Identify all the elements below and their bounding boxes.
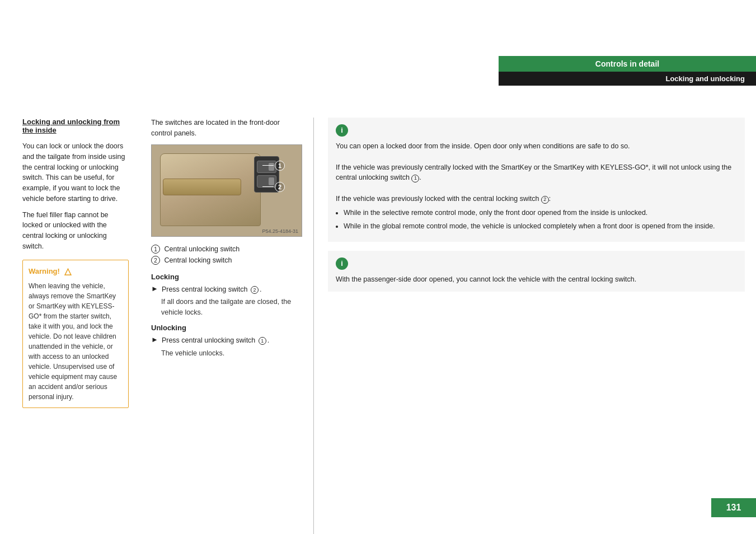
unlocking-subtext: The vehicle unlocks. <box>161 348 302 359</box>
section-heading: Locking and unlocking from the inside <box>22 118 129 134</box>
info-text-1a: You can open a locked door from the insi… <box>336 141 737 152</box>
info-text-1b: If the vehicle was previously centrally … <box>336 162 737 184</box>
bullet-item-1: While in the selective remote control mo… <box>344 208 737 218</box>
right-column: i You can open a locked door from the in… <box>314 118 756 534</box>
info-icon-2: i <box>336 257 348 270</box>
warning-label: Warning! <box>29 267 60 275</box>
left-column: Locking and unlocking from the inside Yo… <box>0 118 140 534</box>
caption-circle-2: 2 <box>151 256 160 265</box>
unlocking-title: Unlocking <box>151 324 302 332</box>
door-armrest <box>163 179 241 195</box>
unlocking-arrow-icon: ► <box>151 335 158 344</box>
intro-text: The switches are located in the front-do… <box>151 118 302 139</box>
info-text-1c: If the vehicle was previously locked wit… <box>336 194 737 204</box>
label-1: 1 <box>262 161 285 171</box>
num-circle-2: 2 <box>275 182 285 192</box>
warning-text: When leaving the vehicle, always remove … <box>29 281 123 402</box>
car-visual: 1 2 P54.25-4184-31 <box>152 145 302 236</box>
label-2: 2 <box>262 182 285 192</box>
locking-step-text: Press central locking switch 2. <box>162 284 262 295</box>
locking-arrow-icon: ► <box>151 284 158 293</box>
caption-list: 1 Central unlocking switch 2 Central loc… <box>151 243 302 266</box>
line-2 <box>262 186 274 187</box>
locking-circle: 2 <box>251 286 259 294</box>
warning-triangle-icon: △ <box>64 266 71 277</box>
image-caption-code: P54.25-4184-31 <box>262 228 298 234</box>
caption-circle-1: 1 <box>151 245 160 254</box>
car-image: 1 2 P54.25-4184-31 <box>151 144 302 237</box>
info-bullet-list: While in the selective remote control mo… <box>344 208 737 232</box>
paragraph-1: You can lock or unlock the doors and the… <box>22 141 129 204</box>
section-title: Locking and unlocking <box>499 72 756 86</box>
warning-box: Warning! △ When leaving the vehicle, alw… <box>22 260 129 408</box>
locking-step: ► Press central locking switch 2. <box>151 284 302 295</box>
ref-circle-2: 2 <box>541 196 549 204</box>
info-icon-1: i <box>336 124 348 137</box>
line-1 <box>262 165 274 166</box>
locking-title: Locking <box>151 273 302 281</box>
middle-column: The switches are located in the front-do… <box>140 118 313 534</box>
page-number: 131 <box>711 498 756 517</box>
locking-subtext: If all doors and the tailgate are closed… <box>161 297 302 318</box>
paragraph-2: The fuel filler flap cannot be locked or… <box>22 210 129 252</box>
ref-circle-1: 1 <box>411 175 419 182</box>
bullet-item-2: While in the global remote control mode,… <box>344 221 737 232</box>
caption-text-1: Central unlocking switch <box>164 245 240 253</box>
warning-title: Warning! △ <box>29 266 123 277</box>
caption-item-1: 1 Central unlocking switch <box>151 243 302 255</box>
caption-item-2: 2 Central locking switch <box>151 255 302 266</box>
chapter-title: Controls in detail <box>499 56 756 72</box>
unlocking-step: ► Press central unlocking switch 1. <box>151 335 302 346</box>
unlocking-step-text: Press central unlocking switch 1. <box>162 335 269 346</box>
main-content: Locking and unlocking from the inside Yo… <box>0 118 756 534</box>
header-section: Controls in detail Locking and unlocking <box>499 56 756 86</box>
caption-text-2: Central locking switch <box>164 256 232 264</box>
num-circle-1: 1 <box>275 161 285 171</box>
info-box-2: i With the passenger-side door opened, y… <box>328 251 745 292</box>
unlocking-circle: 1 <box>259 337 266 345</box>
info-box-1: i You can open a locked door from the in… <box>328 118 745 242</box>
info-text-2: With the passenger-side door opened, you… <box>336 274 737 285</box>
